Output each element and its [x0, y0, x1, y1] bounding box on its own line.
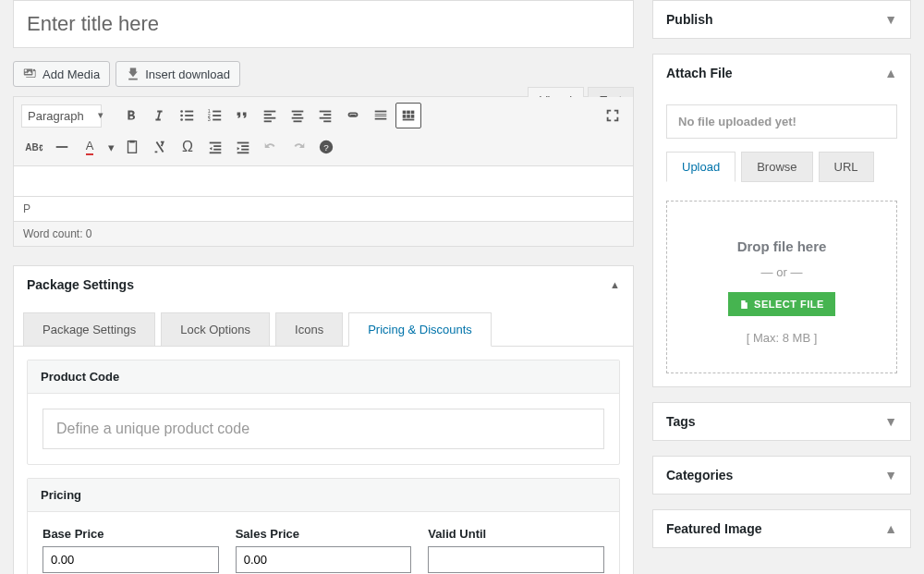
svg-rect-28 — [375, 118, 387, 120]
align-left-icon[interactable] — [257, 103, 283, 128]
collapse-up-icon: ▲ — [884, 521, 897, 536]
file-drop-zone[interactable]: Drop file here — or — SELECT FILE [ Max:… — [666, 201, 897, 373]
tags-title: Tags — [666, 414, 696, 429]
svg-rect-14 — [264, 114, 272, 116]
tab-upload[interactable]: Upload — [666, 152, 736, 182]
sales-price-input[interactable] — [236, 546, 412, 573]
insert-download-button[interactable]: Insert download — [116, 61, 240, 87]
svg-rect-20 — [294, 120, 302, 122]
valid-until-label: Valid Until — [428, 527, 604, 541]
italic-icon[interactable] — [146, 103, 172, 128]
svg-rect-30 — [407, 111, 410, 115]
indent-icon[interactable] — [230, 134, 256, 160]
tab-pricing-discounts[interactable]: Pricing & Discounts — [348, 312, 492, 347]
svg-rect-46 — [237, 152, 249, 153]
svg-rect-6 — [185, 119, 193, 121]
svg-rect-22 — [323, 114, 331, 116]
align-right-icon[interactable] — [312, 103, 338, 128]
clear-formatting-icon[interactable] — [147, 134, 173, 160]
chevron-down-icon: ▼ — [884, 12, 897, 27]
undo-icon[interactable] — [258, 134, 284, 160]
numbered-list-icon[interactable]: 123 — [201, 103, 227, 128]
read-more-icon[interactable] — [368, 103, 394, 128]
tab-package-settings[interactable]: Package Settings — [23, 312, 155, 346]
drop-file-text: Drop file here — [676, 238, 887, 254]
word-count: Word count: 0 — [14, 221, 633, 246]
svg-point-1 — [180, 110, 183, 113]
bullet-list-icon[interactable] — [174, 103, 200, 128]
svg-text:?: ? — [323, 142, 329, 153]
editor-toolbar: Paragraph 123 ABꞒ A ▾ Ω ? — [14, 97, 633, 166]
add-media-button[interactable]: Add Media — [13, 61, 110, 87]
select-file-button[interactable]: SELECT FILE — [728, 292, 835, 316]
sales-price-label: Sales Price — [236, 527, 412, 541]
chevron-down-icon: ▼ — [884, 468, 897, 482]
redo-icon[interactable] — [286, 134, 311, 160]
attach-file-header[interactable]: Attach File ▲ — [653, 55, 910, 92]
publish-panel-header[interactable]: Publish ▼ — [653, 1, 910, 38]
svg-rect-31 — [411, 111, 415, 115]
tab-icons[interactable]: Icons — [275, 312, 343, 346]
select-file-label: SELECT FILE — [754, 299, 824, 310]
toolbar-toggle-icon[interactable] — [395, 103, 421, 128]
chevron-down-icon: ▼ — [884, 414, 897, 429]
package-settings-title: Package Settings — [27, 277, 134, 292]
strikethrough-icon[interactable]: ABꞒ — [21, 134, 47, 160]
svg-rect-13 — [264, 111, 276, 113]
base-price-input[interactable] — [43, 546, 219, 573]
help-icon[interactable]: ? — [313, 134, 339, 160]
svg-rect-36 — [56, 146, 68, 148]
product-code-input[interactable] — [43, 409, 604, 449]
svg-rect-40 — [213, 145, 221, 147]
svg-rect-18 — [294, 114, 302, 116]
tab-browse[interactable]: Browse — [741, 152, 812, 182]
outdent-icon[interactable] — [202, 134, 228, 160]
product-code-heading: Product Code — [28, 360, 619, 394]
svg-text:3: 3 — [208, 116, 211, 122]
tab-url[interactable]: URL — [819, 152, 874, 182]
tags-panel-header[interactable]: Tags ▼ — [653, 403, 910, 440]
editor-content[interactable] — [14, 166, 633, 196]
horizontal-rule-icon[interactable] — [49, 134, 75, 160]
svg-rect-12 — [213, 119, 221, 121]
align-center-icon[interactable] — [285, 103, 310, 128]
text-color-dropdown-icon[interactable]: ▾ — [104, 134, 117, 160]
blockquote-icon[interactable] — [229, 103, 255, 128]
paste-text-icon[interactable] — [119, 134, 145, 160]
svg-rect-26 — [375, 114, 387, 115]
svg-point-2 — [180, 115, 183, 117]
link-icon[interactable] — [340, 103, 366, 128]
svg-rect-41 — [213, 149, 221, 151]
svg-rect-24 — [323, 120, 331, 122]
element-path: P — [14, 196, 633, 221]
valid-until-input[interactable] — [428, 546, 604, 573]
svg-rect-27 — [375, 116, 387, 116]
text-color-icon[interactable]: A — [77, 134, 103, 160]
special-character-icon[interactable]: Ω — [175, 134, 201, 160]
svg-rect-25 — [375, 111, 387, 113]
svg-rect-39 — [210, 142, 222, 144]
no-file-status: No file uploaded yet! — [666, 104, 897, 139]
svg-rect-35 — [403, 119, 415, 121]
collapse-up-icon: ▲ — [610, 279, 620, 290]
title-input[interactable] — [13, 0, 634, 48]
svg-point-0 — [33, 69, 35, 71]
svg-rect-5 — [185, 115, 193, 116]
svg-rect-17 — [292, 111, 304, 113]
svg-rect-44 — [241, 145, 249, 147]
svg-rect-43 — [237, 142, 249, 144]
insert-download-label: Insert download — [145, 67, 230, 81]
package-settings-header[interactable]: Package Settings ▲ — [14, 266, 633, 303]
tab-lock-options[interactable]: Lock Options — [161, 312, 270, 346]
fullscreen-icon[interactable] — [600, 103, 626, 128]
editor-section: Add Media Insert download Visual Text Pa… — [13, 61, 634, 247]
svg-rect-37 — [128, 141, 137, 153]
svg-point-3 — [180, 118, 183, 121]
categories-panel-header[interactable]: Categories ▼ — [653, 457, 910, 494]
paragraph-select[interactable]: Paragraph — [21, 104, 102, 128]
svg-rect-34 — [411, 115, 415, 118]
bold-icon[interactable] — [118, 103, 144, 128]
categories-title: Categories — [666, 468, 733, 482]
featured-image-header[interactable]: Featured Image ▲ — [653, 510, 910, 547]
collapse-up-icon: ▲ — [884, 66, 897, 80]
